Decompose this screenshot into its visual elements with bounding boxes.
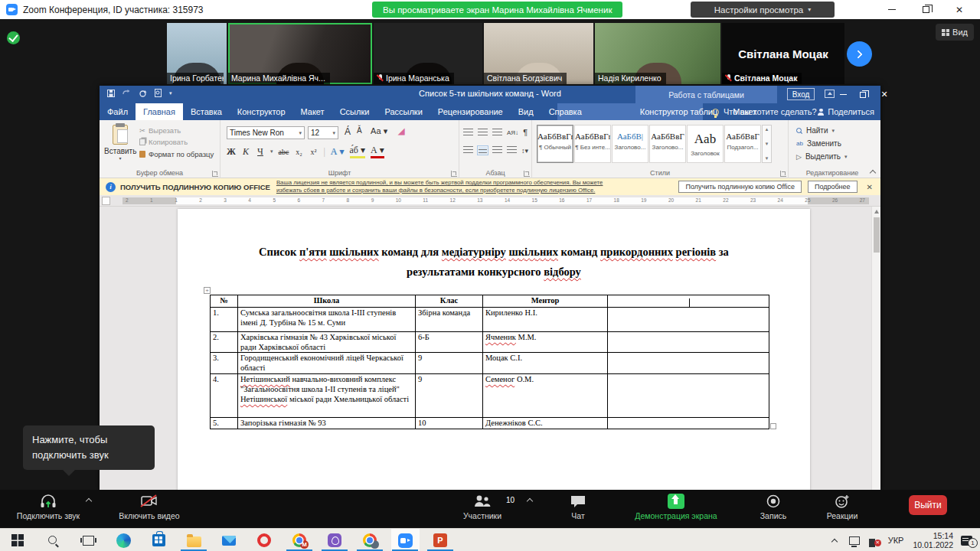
style-title[interactable]: AabЗаголовок [687, 125, 724, 163]
table-row[interactable]: 1. Сумська загальноосвітня школа І-ІІІ с… [211, 308, 769, 332]
tell-me-search[interactable]: Что вы хотите сделать? [712, 103, 817, 120]
find-button[interactable]: Найти▾ [796, 126, 835, 135]
leave-meeting-button[interactable]: Выйти [909, 495, 947, 515]
style-heading1[interactable]: АаБбВ|Заголово... [612, 125, 648, 163]
copy-button[interactable]: Копировать [139, 138, 188, 146]
change-case-button[interactable]: Аа ▾ [371, 126, 387, 136]
close-warning-icon[interactable]: ✕ [867, 183, 873, 191]
taskbar-chrome-meet[interactable] [361, 531, 379, 549]
select-button[interactable]: ▷Выделить▾ [796, 152, 848, 161]
participants-options-chevron[interactable] [527, 497, 533, 504]
word-minimize-button[interactable] [833, 86, 853, 103]
tab-view[interactable]: Вид [511, 103, 541, 120]
styles-dialog-launcher[interactable] [780, 171, 786, 177]
window-restore-button[interactable] [913, 0, 939, 19]
window-minimize-button[interactable] [879, 0, 905, 19]
taskbar-mail[interactable] [220, 531, 238, 549]
taskbar-search-button[interactable] [44, 531, 62, 549]
tab-help[interactable]: Справка [541, 103, 590, 120]
window-close-button[interactable]: ✕ [946, 0, 972, 19]
tab-file[interactable]: Файл [100, 103, 136, 120]
sort-icon[interactable]: АЯ↓ [507, 129, 518, 136]
grow-font-button[interactable]: А́ [345, 126, 351, 137]
multilevel-list-icon[interactable] [492, 129, 502, 137]
taskbar-edge[interactable] [114, 531, 132, 549]
pilcrow-icon[interactable]: ¶ [523, 128, 528, 137]
underline-chevron[interactable]: ▾ [270, 148, 273, 155]
language-indicator[interactable]: УКР [888, 536, 904, 545]
style-normal[interactable]: АаБбВвГг,¶ Обычный [537, 125, 573, 163]
participant-video-tile[interactable]: Ірина Маранська [374, 23, 482, 84]
style-no-spacing[interactable]: АаБбВвГг,¶ Без инте... [574, 125, 611, 163]
qat-customize-chevron[interactable]: ▾ [169, 90, 172, 96]
align-right-icon[interactable] [492, 146, 502, 155]
superscript-button[interactable]: x² [309, 148, 318, 156]
tab-references[interactable]: Ссылки [332, 103, 377, 120]
table-row[interactable]: 4. Нетішинський навчально-виховний компл… [211, 373, 769, 417]
tab-insert[interactable]: Вставка [183, 103, 230, 120]
taskbar-viber[interactable] [325, 531, 344, 549]
bullets-icon[interactable] [463, 129, 473, 137]
table-row[interactable]: 2. Харківська гімназія № 43 Харківської … [211, 332, 769, 353]
redo-icon[interactable] [139, 90, 147, 97]
font-color-button[interactable]: А ▾ [371, 145, 384, 158]
tab-design[interactable]: Конструктор [230, 103, 293, 120]
document-table[interactable]: № Школа Клас Ментор 1. Сумська загальноо… [210, 295, 769, 429]
volume-muted-icon[interactable]: ✕ [869, 536, 879, 545]
taskbar-opera[interactable] [255, 531, 273, 549]
strikethrough-button[interactable]: abc [279, 148, 289, 156]
participant-video-tile-camera-off[interactable]: Світлана Моцак Світлана Моцак [722, 23, 844, 84]
highlight-button[interactable]: а́б ▾ [350, 145, 365, 158]
print-preview-icon[interactable] [155, 89, 162, 97]
audio-options-chevron[interactable] [86, 497, 92, 504]
cut-button[interactable]: ✂Вырезать [139, 126, 181, 135]
word-restore-button[interactable] [853, 86, 873, 103]
font-dialog-launcher[interactable] [451, 171, 457, 177]
paste-button[interactable]: Вставить ▾ [104, 125, 136, 168]
tab-mailings[interactable]: Рассылки [377, 103, 430, 120]
participant-video-tile[interactable]: Надія Кириленко [595, 23, 720, 84]
notification-center-icon[interactable]: 1 [961, 536, 972, 546]
clear-formatting-icon[interactable]: ◢ [398, 126, 404, 136]
gallery-view-button[interactable]: Вид [936, 24, 974, 41]
table-row[interactable]: 5. Запорізька гімназія № 93 10 Денежніко… [211, 417, 769, 429]
scrollbar-thumb[interactable] [874, 217, 880, 253]
tab-selector[interactable] [102, 197, 110, 205]
align-left-icon[interactable] [463, 146, 473, 155]
clipboard-dialog-launcher[interactable] [212, 171, 218, 177]
taskbar-zoom[interactable] [396, 531, 414, 549]
subscript-button[interactable]: x₂ [294, 148, 303, 156]
text-effects-button[interactable]: А ▾ [331, 146, 345, 158]
scroll-up-arrow[interactable] [874, 210, 879, 214]
start-button[interactable] [8, 531, 27, 549]
collapse-ribbon-button[interactable] [870, 168, 876, 174]
participant-video-tile[interactable]: Ірина Горбатенко [167, 23, 227, 84]
table-resize-handle[interactable] [770, 423, 776, 429]
horizontal-ruler[interactable]: 2112345678910111213141516171819202122232… [100, 195, 880, 207]
taskbar-chrome-gmail[interactable]: M [290, 531, 309, 549]
get-genuine-office-button[interactable]: Получить подлинную копию Office [678, 181, 802, 193]
word-close-button[interactable]: ✕ [873, 86, 896, 103]
participant-video-tile-active-speaker[interactable]: Марина Михайлівна Яч... [228, 23, 372, 84]
join-audio-button[interactable]: Подключить звук [6, 494, 90, 520]
tab-home[interactable]: Главная [136, 103, 183, 120]
style-subtitle[interactable]: АаБбВвГПодзагол... [724, 125, 761, 163]
taskbar-file-explorer[interactable] [185, 531, 203, 549]
learn-more-button[interactable]: Подробнее [808, 181, 858, 193]
network-icon[interactable] [849, 536, 860, 545]
line-spacing-icon[interactable]: ↕▾ [521, 147, 528, 155]
taskbar-store[interactable] [149, 531, 168, 549]
hidden-icons-chevron[interactable] [831, 537, 838, 544]
vertical-scrollbar[interactable] [871, 207, 880, 490]
participants-button[interactable]: Участники 10 [440, 494, 524, 520]
font-size-combobox[interactable]: 12▾ [308, 126, 338, 139]
reactions-button[interactable]: Реакции [800, 494, 884, 520]
table-row[interactable]: 3. Городищенський економічний ліцей Черк… [211, 353, 769, 373]
bold-button[interactable]: Ж [227, 146, 236, 158]
document-page[interactable]: Список п'яти шкільних команд для медіату… [178, 209, 810, 490]
taskbar-powerpoint[interactable]: P [431, 531, 449, 549]
chat-button[interactable]: Чат [536, 494, 620, 520]
undo-icon[interactable] [122, 90, 131, 97]
font-name-combobox[interactable]: Times New Ron▾ [227, 126, 305, 139]
participant-video-tile[interactable]: Світлана Богдзієвич [484, 23, 593, 84]
